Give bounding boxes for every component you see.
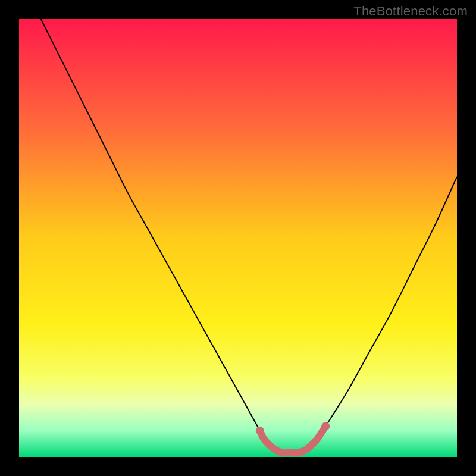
svg-point-2 <box>321 422 330 430</box>
bottleneck-curve <box>19 19 457 457</box>
svg-point-1 <box>256 427 264 435</box>
chart-container: TheBottleneck.com <box>0 0 476 476</box>
plot-area <box>19 19 457 457</box>
watermark-text: TheBottleneck.com <box>353 4 468 19</box>
